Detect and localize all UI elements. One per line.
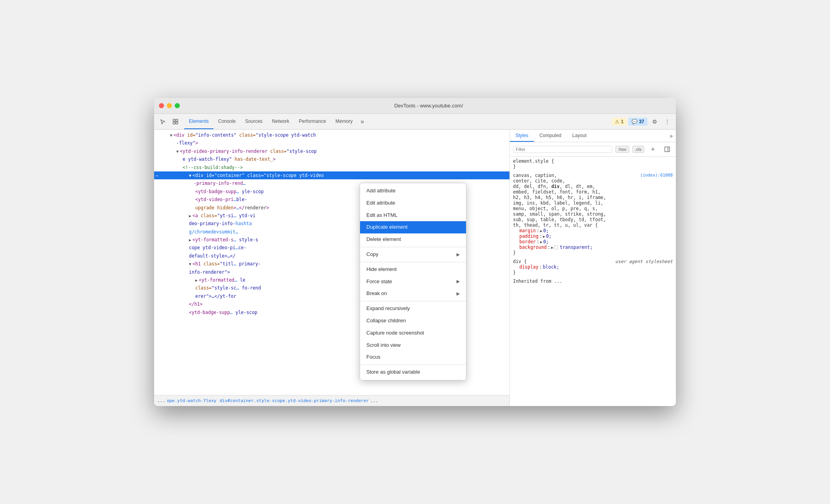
html-line[interactable]: ▼<div id="info-contents" class="style-sc…	[154, 131, 509, 139]
expand-arrow-icon[interactable]: ▶	[543, 234, 545, 239]
warning-icon: ⚠	[615, 119, 619, 124]
css-selector-cont5: img, ins, kbd, label, legend, li,	[513, 200, 673, 206]
status-dots-2: ...	[370, 398, 378, 403]
css-property-display: display : block;	[513, 264, 673, 270]
inspect-icon[interactable]	[170, 116, 181, 127]
submenu-arrow-icon: ▶	[456, 251, 460, 258]
css-selector-cont4: h2, h3, h4, h5, h6, hr, i, iframe,	[513, 195, 673, 200]
more-tabs-button[interactable]: »	[357, 114, 367, 129]
tab-sources[interactable]: Sources	[240, 114, 267, 129]
html-line-selected[interactable]: … ▼<div id="container" class="style-scop…	[154, 171, 509, 179]
menu-edit-attribute[interactable]: Edit attribute	[360, 197, 466, 209]
menu-separator-4	[360, 365, 466, 365]
filter-bar: :hov .cls +	[510, 142, 676, 157]
css-selector-cont: center, cite, code,	[513, 178, 673, 184]
css-property-border: border : ▶ 0;	[513, 239, 673, 244]
expand-arrow-icon[interactable]: ▶	[551, 245, 553, 250]
menu-edit-as-html[interactable]: Edit as HTML	[360, 209, 466, 222]
css-rule-close: }	[513, 250, 673, 256]
styles-content: element.style { } canvas, caption, (inde…	[510, 157, 676, 406]
svg-rect-3	[176, 122, 178, 124]
tab-computed[interactable]: Computed	[534, 130, 567, 142]
menu-scroll-into-view[interactable]: Scroll into view	[360, 339, 466, 352]
window-title: DevTools - www.youtube.com/	[186, 103, 671, 109]
tab-bar-right-icons: ⚠ 1 💬 37 ⚙ ⋮	[612, 114, 673, 129]
menu-force-state[interactable]: Force state ▶	[360, 276, 466, 288]
tab-network[interactable]: Network	[267, 114, 294, 129]
tab-bar: Elements Console Sources Network Perform…	[154, 114, 676, 130]
triangle-icon: ▶	[195, 278, 198, 282]
triangle-icon: ▼	[170, 133, 172, 137]
html-line[interactable]: -flexy">	[154, 139, 509, 147]
add-style-icon[interactable]: +	[647, 144, 658, 155]
message-icon: 💬	[632, 119, 638, 124]
main-tabs: Elements Console Sources Network Perform…	[184, 114, 612, 129]
cls-button[interactable]: .cls	[632, 146, 645, 153]
context-menu: Add attribute Edit attribute Edit as HTM…	[360, 183, 466, 380]
css-rule-header: div { user agent stylesheet	[513, 259, 673, 264]
menu-capture-screenshot[interactable]: Capture node screenshot	[360, 327, 466, 339]
inherited-from-label: Inherited from ...	[513, 278, 673, 284]
css-selector-cont6: menu, object, ol, p, pre, q, s,	[513, 206, 673, 211]
more-style-tabs-button[interactable]: »	[666, 130, 676, 142]
color-swatch	[554, 245, 558, 249]
status-breadcrumb-1[interactable]: ope.ytd-watch-flexy	[167, 398, 217, 403]
menu-store-global[interactable]: Store as global variable	[360, 366, 466, 378]
more-options-icon[interactable]: ⋮	[662, 116, 673, 127]
menu-focus[interactable]: Focus	[360, 351, 466, 363]
menu-copy[interactable]: Copy ▶	[360, 248, 466, 261]
triangle-icon: ▶	[189, 238, 191, 242]
tab-layout[interactable]: Layout	[567, 130, 592, 142]
settings-icon[interactable]: ⚙	[649, 116, 660, 127]
html-line[interactable]: e ytd-watch-flexy" has-date-text_>	[154, 155, 509, 163]
svg-rect-0	[173, 119, 175, 121]
menu-duplicate-element[interactable]: Duplicate element	[360, 221, 466, 233]
maximize-button[interactable]	[175, 103, 180, 108]
menu-add-attribute[interactable]: Add attribute	[360, 185, 466, 197]
css-rule-div-ua: div { user agent stylesheet display : bl…	[513, 259, 673, 275]
css-rule-main: canvas, caption, (index):61008 center, c…	[513, 173, 673, 256]
styles-panel: Styles Computed Layout » :hov .cls +	[510, 130, 676, 406]
css-property-padding: padding : ▶ 0;	[513, 233, 673, 239]
status-breadcrumb-2[interactable]: div#container.style-scope.ytd-video-prim…	[220, 398, 369, 403]
hov-button[interactable]: :hov	[615, 146, 629, 153]
menu-hide-element[interactable]: Hide element	[360, 263, 466, 276]
tab-performance[interactable]: Performance	[294, 114, 331, 129]
submenu-arrow-icon: ▶	[456, 278, 460, 285]
css-selector-cont7: samp, small, span, strike, strong,	[513, 211, 673, 217]
minimize-button[interactable]	[167, 103, 172, 108]
css-selector-cont2: dd, del, dfn, div, dl, dt, em,	[513, 184, 673, 189]
menu-separator-2	[360, 262, 466, 262]
tab-styles[interactable]: Styles	[510, 130, 534, 142]
info-count: 37	[639, 119, 644, 124]
expand-arrow-icon[interactable]: ▶	[540, 240, 542, 244]
warning-count: 1	[621, 119, 624, 124]
menu-break-on[interactable]: Break on ▶	[360, 288, 466, 300]
warning-badge[interactable]: ⚠ 1	[612, 118, 627, 126]
html-line[interactable]: <!--css-build:shady-->	[154, 164, 509, 171]
tab-memory[interactable]: Memory	[331, 114, 357, 129]
expand-arrow-icon[interactable]: ▶	[540, 229, 542, 233]
tab-elements[interactable]: Elements	[184, 114, 213, 129]
css-source-link[interactable]: (index):61008	[640, 173, 673, 177]
cursor-icon[interactable]	[157, 116, 168, 127]
html-line[interactable]: ▼<ytd-video-primary-info-renderer class=…	[154, 147, 509, 155]
toggle-sidebar-icon[interactable]	[662, 144, 673, 155]
triangle-icon: ▼	[189, 173, 191, 178]
menu-collapse-children[interactable]: Collapse children	[360, 315, 466, 327]
css-rule-close: }	[513, 164, 673, 169]
tab-console[interactable]: Console	[213, 114, 240, 129]
filter-input[interactable]	[513, 146, 612, 153]
info-badge[interactable]: 💬 37	[628, 118, 647, 126]
close-button[interactable]	[159, 103, 164, 108]
css-rule-element-style: element.style { }	[513, 158, 673, 169]
status-bar: ... ope.ytd-watch-flexy div#container.st…	[154, 395, 509, 406]
triangle-icon: ▶	[189, 214, 191, 218]
menu-delete-element[interactable]: Delete element	[360, 233, 466, 246]
css-selector-cont9: th, thead, tr, tt, u, ul, var {	[513, 222, 673, 228]
user-agent-label: user agent stylesheet	[615, 259, 673, 264]
svg-rect-4	[665, 147, 670, 152]
devtools-window: DevTools - www.youtube.com/ Elements	[154, 98, 676, 406]
menu-expand-recursively[interactable]: Expand recursively	[360, 303, 466, 315]
svg-rect-1	[176, 119, 178, 121]
